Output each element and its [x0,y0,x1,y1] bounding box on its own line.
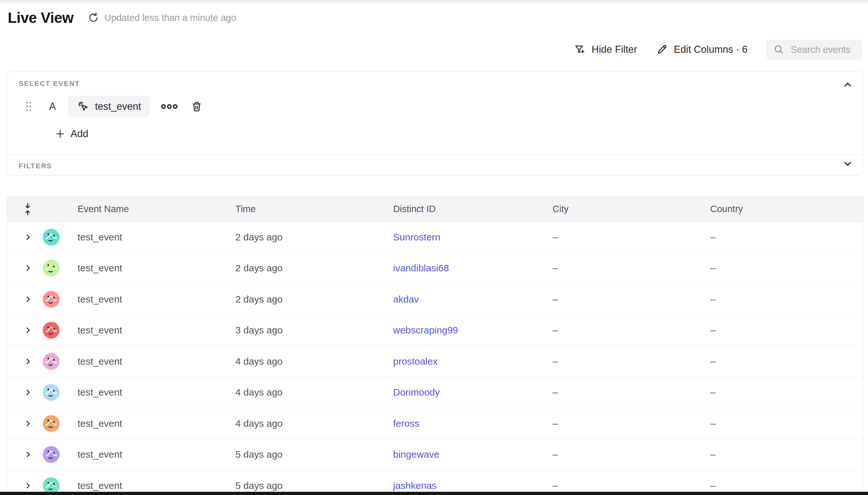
chevron-right-icon [24,482,32,490]
expand-row-button[interactable] [7,389,43,396]
cell-distinct-id-link[interactable]: prostoalex [393,356,552,367]
chevron-up-icon [842,79,853,90]
cell-country: – [710,356,863,367]
chevron-right-icon [24,420,32,427]
cell-distinct-id-link[interactable]: feross [393,418,552,429]
expand-row-button[interactable] [7,420,43,427]
cell-city: – [552,262,710,274]
user-avatar[interactable] [43,353,59,370]
cell-time: 2 days ago [235,262,393,274]
cell-city: – [552,387,710,398]
delete-event-icon[interactable] [191,100,203,113]
events-table: Event Name Time Distinct ID City Country [7,196,864,495]
cell-city: – [552,449,710,460]
user-avatar[interactable] [43,446,59,463]
cell-city: – [552,325,710,336]
cell-event-name: test_event [78,262,235,274]
chevron-right-icon [24,358,32,365]
user-avatar[interactable] [43,229,59,245]
cell-city: – [552,356,710,367]
cell-event-name: test_event [78,387,235,398]
user-avatar[interactable] [43,384,59,401]
cell-event-name: test_event [78,356,235,367]
cell-country: – [710,232,863,243]
cell-event-name: test_event [78,325,235,336]
cell-event-name: test_event [78,418,235,429]
cell-time: 2 days ago [235,232,393,243]
chevron-right-icon [24,326,32,334]
column-header-event-name[interactable]: Event Name [78,204,235,214]
user-avatar[interactable] [43,322,59,339]
cell-event-name: test_event [78,449,235,460]
more-options-icon[interactable] [161,103,178,110]
chevron-right-icon [24,295,32,303]
user-avatar[interactable] [43,260,59,276]
edit-columns-button[interactable]: Edit Columns · 6 [656,44,748,56]
cell-distinct-id-link[interactable]: Sunrostern [393,232,552,243]
search-icon [773,44,784,55]
filter-plus-icon [574,44,586,56]
cell-distinct-id-link[interactable]: webscraping99 [393,325,552,336]
bottom-edge-bar [0,492,868,495]
page-header: Live View Updated less than a minute ago [8,9,236,27]
cell-time: 4 days ago [235,356,393,367]
chevron-right-icon [24,264,32,272]
table-row: test_event 2 days ago akdav – – [7,284,863,315]
expand-row-button[interactable] [7,358,43,365]
cell-distinct-id-link[interactable]: Dorimoody [393,387,552,398]
cell-time: 5 days ago [235,480,393,491]
table-row: test_event 4 days ago Dorimoody – – [7,377,863,408]
expand-row-button[interactable] [7,295,43,303]
event-select-chip[interactable]: test_event [68,96,150,117]
collapse-rows-button[interactable] [7,202,43,216]
cell-city: – [552,480,710,491]
expand-row-button[interactable] [7,482,43,490]
expand-row-button[interactable] [7,326,43,334]
hide-filter-label: Hide Filter [592,44,637,55]
cell-distinct-id-link[interactable]: ivandiblasi68 [393,262,552,274]
chevron-right-icon [24,450,32,458]
card-divider [7,154,863,154]
column-header-country[interactable]: Country [710,204,863,214]
cell-time: 4 days ago [235,387,393,398]
collapse-select-event-button[interactable] [841,78,855,92]
search-events-box[interactable] [766,39,862,59]
column-header-distinct-id[interactable]: Distinct ID [393,204,552,214]
cell-country: – [710,387,863,398]
expand-row-button[interactable] [7,450,43,458]
pencil-icon [656,44,668,56]
cell-event-name: test_event [78,232,235,243]
table-row: test_event 3 days ago webscraping99 – – [7,315,863,346]
table-row: test_event 2 days ago Sunrostern – – [7,222,863,253]
cell-distinct-id-link[interactable]: bingewave [393,449,552,460]
cell-country: – [710,480,863,491]
table-row: test_event 5 days ago bingewave – – [7,439,863,471]
chevron-right-icon [24,233,32,241]
table-header-row: Event Name Time Distinct ID City Country [7,197,863,222]
top-shadow [0,0,868,4]
column-header-time[interactable]: Time [235,204,393,214]
user-avatar[interactable] [43,415,59,432]
user-avatar[interactable] [43,291,59,308]
cell-distinct-id-link[interactable]: jashkenas [393,480,552,491]
add-event-button[interactable]: Add [49,125,94,143]
cell-country: – [710,294,863,305]
cell-country: – [710,325,863,336]
expand-row-button[interactable] [7,233,43,241]
refresh-icon [88,12,99,23]
filters-label: FILTERS [19,162,52,170]
edit-columns-label: Edit Columns · 6 [674,44,748,55]
expand-row-button[interactable] [7,264,43,272]
user-avatar[interactable] [43,477,59,494]
drag-handle-icon[interactable] [25,101,32,112]
hide-filter-button[interactable]: Hide Filter [574,44,637,56]
expand-filters-button[interactable] [841,157,855,171]
search-events-input[interactable] [791,45,855,55]
cell-distinct-id-link[interactable]: akdav [393,294,552,305]
refresh-button[interactable] [87,11,100,24]
cell-city: – [552,294,710,305]
add-label: Add [70,128,88,140]
select-event-label: SELECT EVENT [19,80,80,88]
updated-status: Updated less than a minute ago [104,13,236,23]
column-header-city[interactable]: City [552,204,710,214]
